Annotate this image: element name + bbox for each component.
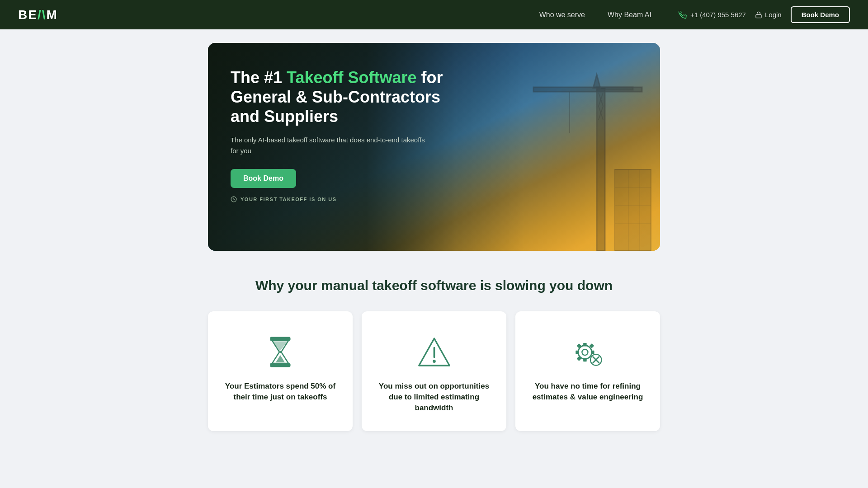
svg-rect-0 bbox=[756, 14, 761, 18]
logo-text: BE/\M bbox=[18, 8, 58, 22]
gear-x-icon-container bbox=[570, 334, 606, 370]
lock-icon bbox=[755, 11, 762, 19]
hero-title: The #1 Takeoff Software for General & Su… bbox=[231, 68, 457, 127]
nav-who-we-serve[interactable]: Who we serve bbox=[539, 11, 585, 19]
svg-rect-10 bbox=[615, 169, 651, 251]
card-refining-text: You have no time for refining estimates … bbox=[529, 381, 646, 403]
hero-book-demo-button[interactable]: Book Demo bbox=[231, 169, 296, 188]
login-link[interactable]: Login bbox=[755, 11, 782, 19]
card-opportunities-text: You miss out on opportunities due to lim… bbox=[375, 381, 493, 413]
login-label: Login bbox=[765, 11, 782, 19]
hourglass-icon-container bbox=[262, 334, 298, 370]
promo-icon bbox=[231, 196, 237, 202]
hero-content: The #1 Takeoff Software for General & Su… bbox=[208, 43, 479, 225]
card-estimators-text: Your Estimators spend 50% of their time … bbox=[222, 381, 339, 403]
phone-icon bbox=[679, 11, 687, 19]
hero-title-prefix: The #1 bbox=[231, 68, 287, 87]
svg-rect-26 bbox=[576, 350, 579, 354]
svg-point-23 bbox=[582, 349, 588, 355]
gear-x-icon bbox=[570, 335, 606, 369]
below-section: Why your manual takeoff software is slow… bbox=[0, 251, 868, 449]
hourglass-icon bbox=[264, 336, 296, 368]
logo-slash: /\ bbox=[38, 8, 47, 22]
warning-icon-container bbox=[416, 334, 452, 370]
hero-wrapper: The #1 Takeoff Software for General & Su… bbox=[0, 29, 868, 251]
section-title: Why your manual takeoff software is slow… bbox=[18, 278, 850, 293]
svg-rect-25 bbox=[583, 358, 587, 361]
nav-actions: +1 (407) 955 5627 Login Book Demo bbox=[679, 6, 850, 23]
svg-rect-3 bbox=[597, 87, 633, 90]
phone-number: +1 (407) 955 5627 bbox=[690, 11, 746, 19]
hero-subtitle: The only AI-based takeoff software that … bbox=[231, 135, 429, 156]
card-refining: You have no time for refining estimates … bbox=[515, 311, 660, 431]
promo-text: YOUR FIRST TAKEOFF IS ON US bbox=[241, 197, 337, 202]
phone-link[interactable]: +1 (407) 955 5627 bbox=[679, 11, 746, 19]
navbar-book-demo-button[interactable]: Book Demo bbox=[791, 6, 850, 23]
svg-point-22 bbox=[578, 345, 592, 359]
nav-links: Who we serve Why Beam AI bbox=[539, 11, 651, 19]
logo[interactable]: BE/\M bbox=[18, 8, 58, 22]
svg-point-19 bbox=[279, 351, 281, 353]
svg-point-21 bbox=[433, 360, 436, 363]
hero-promo: YOUR FIRST TAKEOFF IS ON US bbox=[231, 196, 457, 202]
card-opportunities: You miss out on opportunities due to lim… bbox=[362, 311, 506, 431]
navbar: BE/\M Who we serve Why Beam AI +1 (407) … bbox=[0, 0, 868, 29]
hero-card: The #1 Takeoff Software for General & Su… bbox=[208, 43, 660, 251]
svg-rect-24 bbox=[583, 343, 587, 346]
warning-icon bbox=[417, 336, 451, 368]
nav-why-beam-ai[interactable]: Why Beam AI bbox=[608, 11, 651, 19]
svg-rect-27 bbox=[591, 350, 594, 354]
cards-grid: Your Estimators spend 50% of their time … bbox=[18, 311, 850, 431]
card-estimators: Your Estimators spend 50% of their time … bbox=[208, 311, 353, 431]
svg-marker-9 bbox=[593, 75, 600, 88]
hero-title-accent: Takeoff Software bbox=[287, 68, 416, 87]
